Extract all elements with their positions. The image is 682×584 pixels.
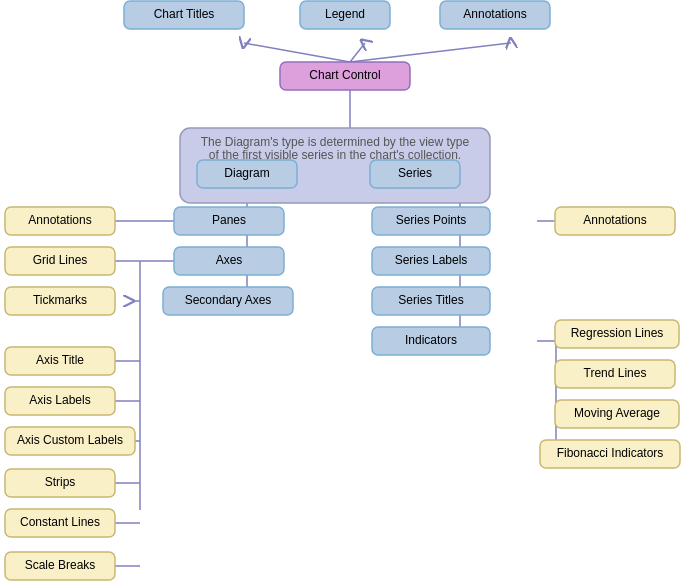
annotations-top-label: Annotations [463,7,526,21]
axes-label: Axes [216,253,243,267]
secondary-axes-label: Secondary Axes [185,293,272,307]
series-titles-label: Series Titles [398,293,463,307]
fibonacci-label: Fibonacci Indicators [557,446,664,460]
svg-line-0 [244,43,350,62]
indicators-label: Indicators [405,333,457,347]
series-label: Series [398,166,432,180]
axis-custom-labels-label: Axis Custom Labels [17,433,123,447]
diagram-svg: Chart Titles Legend Annotations Chart Co… [0,0,682,584]
strips-label: Strips [45,475,76,489]
chart-titles-label: Chart Titles [154,7,215,21]
series-labels-label: Series Labels [395,253,468,267]
svg-line-2 [350,43,511,62]
trend-lines-label: Trend Lines [584,366,647,380]
svg-line-1 [350,43,365,62]
chart-control-label: Chart Control [309,68,380,82]
annotations-right-label: Annotations [583,213,646,227]
annotations-left-label: Annotations [28,213,91,227]
series-points-label: Series Points [396,213,467,227]
grid-lines-label: Grid Lines [33,253,88,267]
scale-breaks-label: Scale Breaks [25,558,96,572]
tickmarks-label: Tickmarks [33,293,87,307]
axis-labels-label: Axis Labels [29,393,90,407]
panes-label: Panes [212,213,246,227]
constant-lines-label: Constant Lines [20,515,100,529]
diagram-tooltip-line1: The Diagram's type is determined by the … [201,135,470,149]
moving-average-label: Moving Average [574,406,660,420]
legend-label: Legend [325,7,365,21]
axis-title-label: Axis Title [36,353,84,367]
regression-lines-label: Regression Lines [571,326,664,340]
diagram-label: Diagram [224,166,269,180]
